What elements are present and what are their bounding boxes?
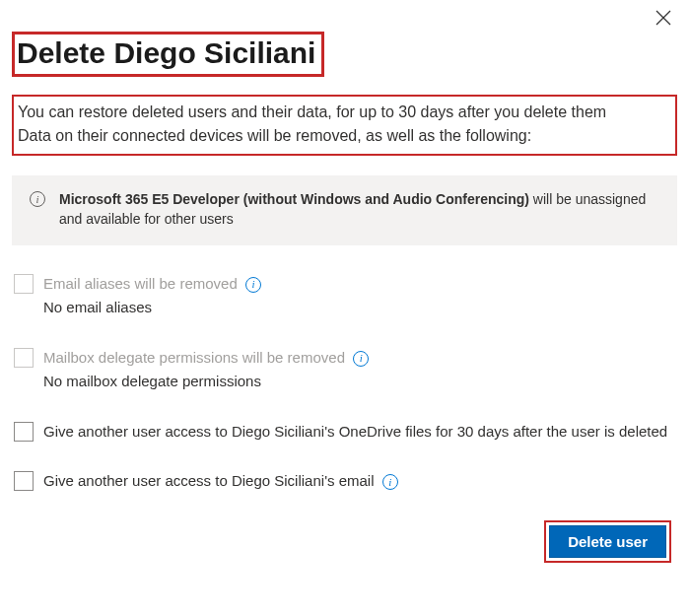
checkbox-onedrive-access[interactable]	[14, 422, 34, 442]
license-name: Microsoft 365 E5 Developer (without Wind…	[59, 191, 529, 207]
info-icon[interactable]: i	[245, 277, 261, 293]
option-label-email: Give another user access to Diego Sicili…	[43, 472, 375, 489]
option-onedrive-access[interactable]: Give another user access to Diego Sicili…	[12, 421, 677, 444]
checkbox-email-access[interactable]	[14, 471, 34, 491]
license-text: Microsoft 365 E5 Developer (without Wind…	[59, 189, 659, 230]
option-label-aliases: Email aliases will be removed	[43, 275, 238, 292]
checkbox-email-aliases	[14, 274, 34, 294]
option-email-aliases: Email aliases will be removed i No email…	[12, 273, 677, 319]
option-label-delegate: Mailbox delegate permissions will be rem…	[43, 349, 345, 366]
delete-user-button[interactable]: Delete user	[549, 525, 666, 558]
info-icon[interactable]: i	[353, 351, 369, 367]
option-sub-delegate: No mailbox delegate permissions	[43, 371, 675, 393]
delete-highlight-box: Delete user	[544, 520, 671, 563]
description-highlight-box: You can restore deleted users and their …	[12, 95, 677, 156]
footer: Delete user	[12, 520, 677, 563]
option-label-onedrive: Give another user access to Diego Sicili…	[43, 423, 667, 440]
close-icon	[655, 10, 671, 26]
license-banner: i Microsoft 365 E5 Developer (without Wi…	[12, 175, 677, 245]
page-title: Delete Diego Siciliani	[17, 36, 315, 70]
info-icon: i	[30, 191, 45, 207]
title-highlight-box: Delete Diego Siciliani	[12, 32, 324, 77]
checkbox-mailbox-delegate	[14, 348, 34, 368]
info-icon[interactable]: i	[382, 474, 398, 490]
description-line-1: You can restore deleted users and their …	[18, 101, 671, 124]
option-email-access[interactable]: Give another user access to Diego Sicili…	[12, 470, 677, 493]
option-mailbox-delegate: Mailbox delegate permissions will be rem…	[12, 347, 677, 393]
close-button[interactable]	[652, 6, 675, 30]
option-sub-aliases: No email aliases	[43, 297, 675, 319]
description-line-2: Data on their connected devices will be …	[18, 124, 671, 148]
